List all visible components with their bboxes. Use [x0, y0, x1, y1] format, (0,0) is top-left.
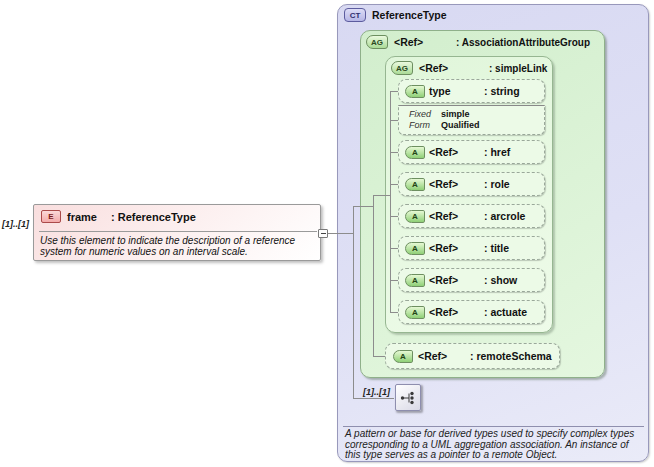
attribute-box-remoteschema[interactable]: A <Ref> : remoteSchema [385, 343, 560, 369]
connector-line [390, 248, 398, 249]
connector-line [373, 195, 390, 196]
attribute-box-role[interactable]: A <Ref> : role [398, 172, 545, 196]
attribute-ref: <Ref> [429, 306, 484, 318]
connector-line [390, 312, 398, 313]
attribute-box-title[interactable]: A <Ref> : title [398, 236, 545, 260]
attribute-type: : string [484, 85, 520, 97]
complextype-header: CT ReferenceType [338, 5, 648, 22]
element-type: : ReferenceType [111, 211, 196, 223]
connector-line [373, 195, 374, 356]
attribute-badge-icon: A [405, 274, 425, 287]
collapse-dash [321, 233, 326, 234]
attribute-badge-icon: A [405, 146, 425, 159]
annotation-text: A pattern or base for derived types used… [345, 429, 645, 461]
attribute-name: type [429, 85, 484, 97]
facet-label: Fixed [409, 109, 441, 120]
element-separator [39, 231, 317, 232]
facets-box[interactable]: Fixed simple Form Qualified [398, 105, 545, 135]
facet-value: Qualified [441, 120, 480, 131]
connector-line [390, 184, 398, 185]
attribute-badge-icon: A [405, 210, 425, 223]
connector-line [390, 280, 398, 281]
attrgroup-badge-icon: AG [366, 35, 388, 49]
connector-line [328, 233, 353, 234]
attrgroup-ref: <Ref> [419, 62, 489, 74]
attribute-type: : show [484, 274, 517, 286]
attribute-type: : actuate [484, 306, 527, 318]
expand-handle-icon[interactable] [318, 229, 328, 238]
facet-label: Form [409, 120, 441, 131]
attribute-badge-icon: A [405, 306, 425, 319]
attribute-type: : href [484, 146, 510, 158]
attribute-box-actuate[interactable]: A <Ref> : actuate [398, 300, 545, 324]
attrgroup-header: AG <Ref> : simpleLink [386, 57, 552, 75]
element-occurs-label: [1]..[1] [2, 219, 30, 229]
connector-line [390, 91, 398, 92]
attrgroup-badge-icon: AG [391, 61, 413, 75]
facet-value: simple [441, 109, 470, 120]
attrgroup-type: : simpleLink [489, 63, 547, 74]
attrgroup-header: AG <Ref> : AssociationAttributeGroup [361, 31, 604, 49]
annotation-separator [343, 426, 644, 427]
complextype-title: ReferenceType [372, 9, 447, 21]
complextype-badge-icon: CT [344, 8, 366, 22]
attribute-badge-icon: A [393, 350, 413, 363]
attribute-badge-icon: A [405, 85, 425, 98]
connector-line [390, 91, 391, 312]
attribute-badge-icon: A [405, 178, 425, 191]
facet-row-fixed: Fixed simple [409, 109, 544, 120]
attribute-badge-icon: A [405, 242, 425, 255]
connector-line [390, 120, 398, 121]
connector-line [353, 398, 394, 399]
attrgroup-ref: <Ref> [394, 36, 456, 48]
attribute-box-href[interactable]: A <Ref> : href [398, 140, 545, 164]
connector-line [373, 356, 385, 357]
attribute-ref: <Ref> [429, 274, 484, 286]
attribute-ref: <Ref> [418, 350, 470, 362]
attribute-type: : arcrole [484, 210, 525, 222]
element-box-frame[interactable]: E frame : ReferenceType Use this element… [33, 204, 321, 261]
element-badge-icon: E [41, 210, 61, 223]
attribute-ref: <Ref> [429, 210, 484, 222]
element-description: Use this element to indicate the descrip… [40, 235, 318, 257]
attribute-box-type[interactable]: A type : string [398, 79, 545, 103]
attribute-box-show[interactable]: A <Ref> : show [398, 268, 545, 292]
attribute-ref: <Ref> [429, 242, 484, 254]
sequence-icon [399, 389, 417, 407]
element-name: frame [67, 211, 111, 223]
connector-line [353, 206, 373, 207]
attribute-box-arcrole[interactable]: A <Ref> : arcrole [398, 204, 545, 228]
sequence-compositor-button[interactable] [395, 384, 421, 411]
attribute-type: : remoteSchema [470, 350, 552, 362]
attribute-ref: <Ref> [429, 178, 484, 190]
schema-diagram: [1]..[1] E frame : ReferenceType Use thi… [0, 0, 654, 467]
connector-line [353, 206, 354, 398]
connector-line [390, 216, 398, 217]
facet-row-form: Form Qualified [409, 120, 544, 131]
attrgroup-type: : AssociationAttributeGroup [456, 37, 590, 48]
attribute-ref: <Ref> [429, 146, 484, 158]
attribute-type: : title [484, 242, 509, 254]
element-header: E frame : ReferenceType [34, 205, 320, 223]
attribute-type: : role [484, 178, 510, 190]
connector-line [390, 152, 398, 153]
compositor-occurs-label: [1]..[1] [363, 387, 391, 397]
